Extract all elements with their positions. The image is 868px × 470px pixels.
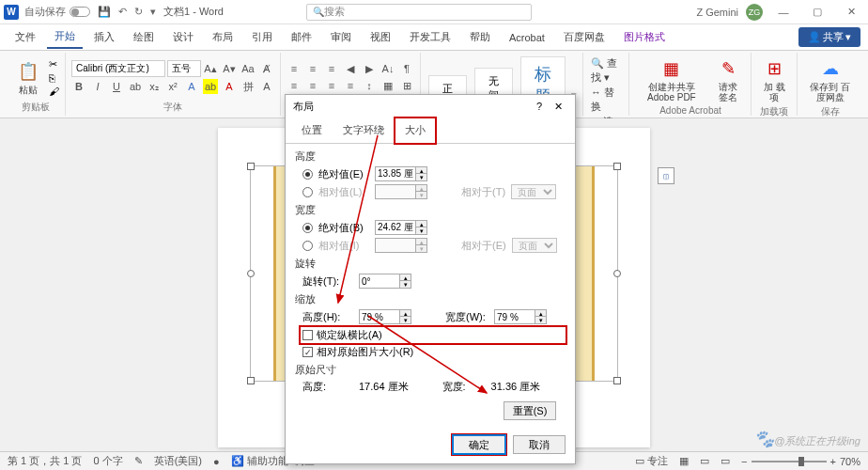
font-name[interactable]: Calibri (西文正文) bbox=[71, 60, 165, 77]
strike-icon[interactable]: ab bbox=[128, 79, 143, 94]
align-center-icon[interactable]: ≡ bbox=[305, 78, 320, 93]
tab-picformat[interactable]: 图片格式 bbox=[616, 26, 673, 48]
multilevel-icon[interactable]: ≡ bbox=[324, 61, 339, 76]
dialog-close-icon[interactable]: ✕ bbox=[549, 101, 567, 113]
indent-icon[interactable]: ▶ bbox=[362, 61, 377, 76]
close-icon[interactable]: ✕ bbox=[838, 6, 864, 18]
dtab-wrap[interactable]: 文字环绕 bbox=[333, 118, 395, 143]
sort-icon[interactable]: A↓ bbox=[380, 61, 395, 76]
cancel-button[interactable]: 取消 bbox=[513, 435, 566, 454]
handle-l[interactable] bbox=[247, 270, 255, 277]
acrobat-sign[interactable]: ✎请求 签名 bbox=[711, 55, 745, 104]
tab-view[interactable]: 视图 bbox=[363, 26, 398, 48]
reset-button[interactable]: 重置(S) bbox=[504, 401, 556, 420]
change-case-icon[interactable]: Aa bbox=[240, 61, 256, 76]
copy-icon[interactable]: ⎘ bbox=[49, 72, 59, 84]
font-size[interactable]: 五号 bbox=[167, 60, 201, 77]
tab-insert[interactable]: 插入 bbox=[86, 26, 122, 48]
height-abs-input[interactable]: ▴▾ bbox=[375, 166, 427, 181]
autosave[interactable]: 自动保存 bbox=[24, 5, 90, 19]
handle-bl[interactable] bbox=[247, 377, 255, 384]
tab-help[interactable]: 帮助 bbox=[462, 26, 498, 48]
language[interactable]: 英语(美国) bbox=[154, 454, 202, 468]
paste-button[interactable]: 📋粘贴 bbox=[11, 57, 45, 97]
clear-format-icon[interactable]: A̸ bbox=[259, 61, 274, 76]
align-left-icon[interactable]: ≡ bbox=[287, 78, 302, 93]
find-button[interactable]: 🔍 查找 ▾ bbox=[591, 56, 621, 85]
redo-icon[interactable]: ↻ bbox=[134, 6, 143, 18]
acrobat-create[interactable]: ▦创建并共享 Adobe PDF bbox=[635, 55, 707, 104]
width-abs-radio[interactable] bbox=[302, 223, 313, 233]
sup-icon[interactable]: x² bbox=[165, 79, 180, 94]
view-web-icon[interactable]: ▭ bbox=[721, 455, 730, 467]
addins-button[interactable]: ⊞加 载项 bbox=[757, 55, 791, 104]
tab-baidu[interactable]: 百度网盘 bbox=[556, 26, 612, 48]
lock-aspect-row[interactable]: 锁定纵横比(A) bbox=[301, 327, 566, 343]
grow-font-icon[interactable]: A▴ bbox=[203, 61, 218, 76]
handle-tl[interactable] bbox=[247, 163, 255, 170]
texteffect-icon[interactable]: A bbox=[184, 79, 199, 94]
tab-acrobat[interactable]: Acrobat bbox=[502, 28, 552, 47]
restore-icon[interactable]: ▢ bbox=[804, 6, 830, 18]
sub-icon[interactable]: x₂ bbox=[147, 79, 162, 94]
undo-icon[interactable]: ↶ bbox=[118, 6, 127, 18]
bold-icon[interactable]: B bbox=[71, 79, 86, 94]
ok-button[interactable]: 确定 bbox=[453, 435, 505, 454]
tab-developer[interactable]: 开发工具 bbox=[402, 26, 458, 48]
view-read-icon[interactable]: ▭ bbox=[700, 455, 709, 467]
width-abs-input[interactable]: ▴▾ bbox=[375, 220, 427, 235]
fontcolor-icon[interactable]: A bbox=[222, 79, 237, 94]
tab-references[interactable]: 引用 bbox=[244, 26, 280, 48]
borders-icon[interactable]: ⊞ bbox=[399, 78, 414, 93]
scale-h-input[interactable]: ▴▾ bbox=[359, 309, 411, 324]
view-print-icon[interactable]: ▦ bbox=[679, 455, 689, 467]
align-right-icon[interactable]: ≡ bbox=[324, 78, 339, 93]
handle-r[interactable] bbox=[613, 270, 621, 277]
layout-options-icon[interactable]: ⎅ bbox=[658, 167, 674, 184]
tab-draw[interactable]: 绘图 bbox=[126, 26, 162, 48]
word-count[interactable]: 0 个字 bbox=[93, 454, 122, 468]
avatar[interactable]: ZG bbox=[746, 4, 763, 21]
height-abs-radio[interactable] bbox=[302, 169, 313, 180]
handle-br[interactable] bbox=[613, 377, 621, 384]
align-justify-icon[interactable]: ≡ bbox=[343, 78, 358, 93]
page-count[interactable]: 第 1 页，共 1 页 bbox=[8, 454, 82, 468]
charborder-icon[interactable]: A bbox=[259, 79, 274, 94]
bullets-icon[interactable]: ≡ bbox=[287, 61, 302, 76]
tab-layout[interactable]: 布局 bbox=[205, 26, 240, 48]
dtab-size[interactable]: 大小 bbox=[395, 118, 436, 144]
baidu-save[interactable]: ☁保存到 百度网盘 bbox=[803, 55, 857, 104]
search-box[interactable]: 🔍 搜索 bbox=[306, 4, 532, 21]
handle-tr[interactable] bbox=[613, 163, 621, 170]
tab-file[interactable]: 文件 bbox=[8, 26, 43, 48]
rel-original-row[interactable]: ✓相对原始图片大小(R) bbox=[302, 345, 566, 359]
focus-mode[interactable]: ▭ 专注 bbox=[635, 454, 668, 468]
italic-icon[interactable]: I bbox=[90, 79, 105, 94]
shrink-font-icon[interactable]: A▾ bbox=[222, 61, 237, 76]
highlight-icon[interactable]: ab bbox=[203, 79, 218, 94]
tab-mail[interactable]: 邮件 bbox=[284, 26, 319, 48]
pinyin-icon[interactable]: 拼 bbox=[240, 79, 256, 94]
dtab-position[interactable]: 位置 bbox=[291, 118, 333, 143]
brush-icon[interactable]: 🖌 bbox=[49, 86, 59, 97]
cut-icon[interactable]: ✂ bbox=[49, 58, 59, 70]
numbering-icon[interactable]: ≡ bbox=[305, 61, 320, 76]
width-rel-radio[interactable] bbox=[302, 241, 313, 251]
rotate-input[interactable]: ▴▾ bbox=[359, 274, 411, 289]
shading-icon[interactable]: ▦ bbox=[380, 78, 395, 93]
qat-more-icon[interactable]: ▾ bbox=[150, 6, 156, 18]
save-icon[interactable]: 💾 bbox=[98, 6, 111, 18]
recording-icon[interactable]: ● bbox=[213, 456, 220, 467]
minimize-icon[interactable]: — bbox=[770, 7, 797, 18]
dedent-icon[interactable]: ◀ bbox=[343, 61, 358, 76]
underline-icon[interactable]: U bbox=[109, 79, 124, 94]
share-button[interactable]: 👤 共享 ▾ bbox=[798, 27, 860, 47]
tab-review[interactable]: 审阅 bbox=[323, 26, 359, 48]
marks-icon[interactable]: ¶ bbox=[399, 61, 414, 76]
tab-home[interactable]: 开始 bbox=[47, 25, 83, 49]
scale-w-input[interactable]: ▴▾ bbox=[494, 309, 547, 324]
linespace-icon[interactable]: ↕ bbox=[362, 78, 377, 93]
dialog-help-icon[interactable]: ? bbox=[530, 101, 549, 112]
zoom-control[interactable]: −+70% bbox=[741, 456, 860, 467]
tab-design[interactable]: 设计 bbox=[165, 26, 201, 48]
